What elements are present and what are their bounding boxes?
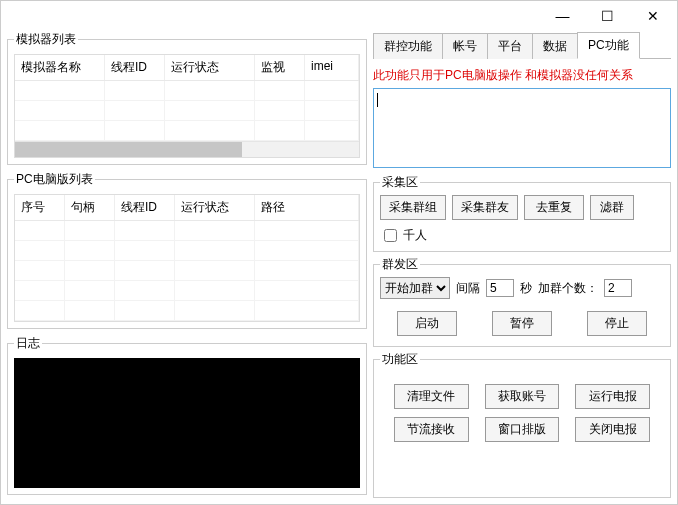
thousand-checkbox[interactable] bbox=[384, 229, 397, 242]
col-header[interactable]: 线程ID bbox=[115, 195, 175, 220]
collect-friend-button[interactable]: 采集群友 bbox=[452, 195, 518, 220]
window-layout-button[interactable]: 窗口排版 bbox=[485, 417, 560, 442]
collect-group-button[interactable]: 采集群组 bbox=[380, 195, 446, 220]
function-legend: 功能区 bbox=[380, 351, 420, 368]
table-row[interactable] bbox=[15, 221, 359, 241]
throttle-recv-button[interactable]: 节流接收 bbox=[394, 417, 469, 442]
titlebar: — ☐ ✕ bbox=[1, 1, 677, 31]
get-account-button[interactable]: 获取账号 bbox=[485, 384, 560, 409]
col-header[interactable]: imei bbox=[305, 55, 359, 80]
emulator-grid[interactable]: 模拟器名称 线程ID 运行状态 监视 imei bbox=[14, 54, 360, 158]
send-legend: 群发区 bbox=[380, 256, 420, 273]
start-add-select[interactable]: 开始加群 bbox=[380, 277, 450, 299]
close-telegram-button[interactable]: 关闭电报 bbox=[575, 417, 650, 442]
tab-group-control[interactable]: 群控功能 bbox=[373, 33, 443, 59]
app-window: — ☐ ✕ 模拟器列表 模拟器名称 线程ID 运行状态 监视 imei bbox=[0, 0, 678, 505]
log-output bbox=[14, 358, 360, 488]
tab-platform[interactable]: 平台 bbox=[487, 33, 533, 59]
pc-list-legend: PC电脑版列表 bbox=[14, 171, 95, 188]
col-header[interactable]: 监视 bbox=[255, 55, 305, 80]
clean-file-button[interactable]: 清理文件 bbox=[394, 384, 469, 409]
emulator-list-legend: 模拟器列表 bbox=[14, 31, 78, 48]
col-header[interactable]: 序号 bbox=[15, 195, 65, 220]
tab-account[interactable]: 帐号 bbox=[442, 33, 488, 59]
table-row[interactable] bbox=[15, 241, 359, 261]
tab-pc-function[interactable]: PC功能 bbox=[577, 32, 640, 59]
count-input[interactable] bbox=[604, 279, 632, 297]
pc-grid[interactable]: 序号 句柄 线程ID 运行状态 路径 bbox=[14, 194, 360, 322]
emulator-list-group: 模拟器列表 模拟器名称 线程ID 运行状态 监视 imei bbox=[7, 31, 367, 165]
seconds-label: 秒 bbox=[520, 280, 532, 297]
interval-label: 间隔 bbox=[456, 280, 480, 297]
col-header[interactable]: 运行状态 bbox=[175, 195, 255, 220]
start-button[interactable]: 启动 bbox=[397, 311, 457, 336]
log-group: 日志 bbox=[7, 335, 367, 495]
main-textarea[interactable] bbox=[373, 88, 671, 168]
pause-button[interactable]: 暂停 bbox=[492, 311, 552, 336]
col-header[interactable]: 路径 bbox=[255, 195, 359, 220]
col-header[interactable]: 线程ID bbox=[105, 55, 165, 80]
function-group: 功能区 清理文件 获取账号 运行电报 节流接收 窗口排版 关闭电报 bbox=[373, 351, 671, 498]
count-label: 加群个数： bbox=[538, 280, 598, 297]
table-row[interactable] bbox=[15, 301, 359, 321]
dedup-button[interactable]: 去重复 bbox=[524, 195, 584, 220]
table-row[interactable] bbox=[15, 121, 359, 141]
minimize-button[interactable]: — bbox=[540, 2, 585, 30]
maximize-button[interactable]: ☐ bbox=[585, 2, 630, 30]
pc-list-group: PC电脑版列表 序号 句柄 线程ID 运行状态 路径 bbox=[7, 171, 367, 329]
table-row[interactable] bbox=[15, 101, 359, 121]
tab-data[interactable]: 数据 bbox=[532, 33, 578, 59]
table-row[interactable] bbox=[15, 81, 359, 101]
col-header[interactable]: 模拟器名称 bbox=[15, 55, 105, 80]
table-row[interactable] bbox=[15, 261, 359, 281]
interval-input[interactable] bbox=[486, 279, 514, 297]
run-telegram-button[interactable]: 运行电报 bbox=[575, 384, 650, 409]
send-group: 群发区 开始加群 间隔 秒 加群个数： 启动 暂停 停止 bbox=[373, 256, 671, 347]
col-header[interactable]: 运行状态 bbox=[165, 55, 255, 80]
collect-group: 采集区 采集群组 采集群友 去重复 滤群 千人 bbox=[373, 174, 671, 252]
thousand-checkbox-text: 千人 bbox=[403, 227, 427, 244]
stop-button[interactable]: 停止 bbox=[587, 311, 647, 336]
col-header[interactable]: 句柄 bbox=[65, 195, 115, 220]
tab-bar: 群控功能 帐号 平台 数据 PC功能 bbox=[373, 31, 671, 59]
thousand-checkbox-label[interactable]: 千人 bbox=[380, 226, 427, 245]
filter-group-button[interactable]: 滤群 bbox=[590, 195, 634, 220]
close-button[interactable]: ✕ bbox=[630, 2, 675, 30]
warning-text: 此功能只用于PC电脑版操作 和模拟器没任何关系 bbox=[373, 65, 671, 88]
horizontal-scrollbar[interactable] bbox=[15, 141, 359, 157]
collect-legend: 采集区 bbox=[380, 174, 420, 191]
log-legend: 日志 bbox=[14, 335, 42, 352]
table-row[interactable] bbox=[15, 281, 359, 301]
